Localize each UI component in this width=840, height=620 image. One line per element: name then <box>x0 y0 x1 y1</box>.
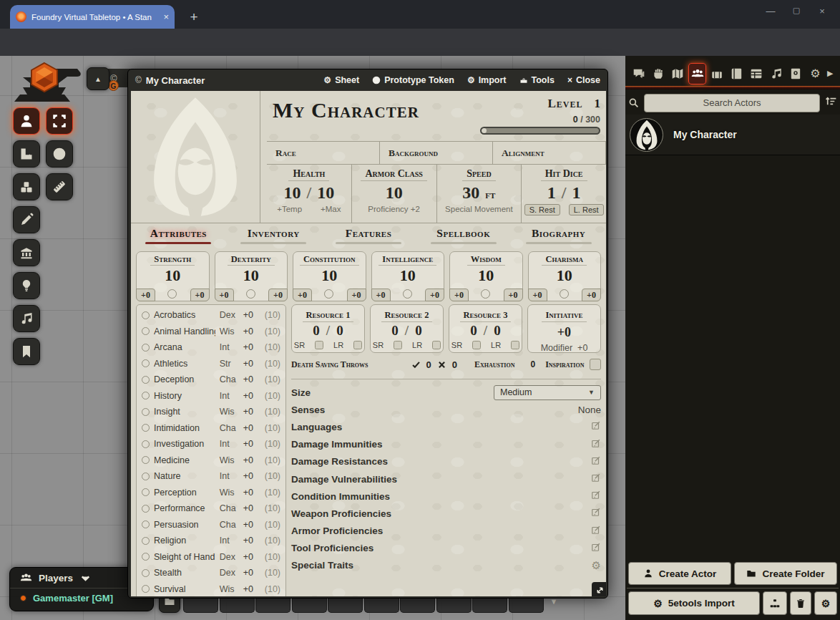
skill-name[interactable]: Persuasion <box>154 520 215 530</box>
skill-proficiency-toggle[interactable] <box>142 359 150 367</box>
skill-row[interactable]: Intimidation Cha +0 (10) <box>142 420 280 437</box>
hit-dice-value[interactable]: 1/1 <box>547 183 581 203</box>
prototype-token-button[interactable]: Prototype Token <box>372 75 454 85</box>
sheet-config-button[interactable]: ⚙Sheet <box>323 75 359 85</box>
xp-value[interactable]: 0 <box>573 115 578 125</box>
health-value[interactable]: 10/10 <box>284 183 335 203</box>
skill-row[interactable]: Acrobatics Dex +0 (10) <box>142 307 280 324</box>
skill-row[interactable]: Medicine Wis +0 (10) <box>142 452 280 469</box>
skill-row[interactable]: Performance Cha +0 (10) <box>142 500 280 517</box>
skill-name[interactable]: Athletics <box>154 359 215 369</box>
skill-name[interactable]: Nature <box>154 471 215 481</box>
tab-journal[interactable] <box>728 63 746 84</box>
skill-proficiency-toggle[interactable] <box>142 392 150 399</box>
tab-close-icon[interactable]: × <box>163 12 169 21</box>
skill-row[interactable]: Arcana Int +0 (10) <box>142 339 280 356</box>
skill-name[interactable]: Survival <box>154 584 215 594</box>
actor-directory-entry[interactable]: My Character <box>625 115 840 155</box>
skill-proficiency-toggle[interactable] <box>142 520 150 528</box>
level-value[interactable]: 1 <box>595 97 601 110</box>
select-tokens-button[interactable] <box>46 107 73 135</box>
special-traits-config-icon[interactable]: ⚙ <box>592 560 601 571</box>
tools-button[interactable]: Tools <box>519 75 555 85</box>
browser-tab[interactable]: Foundry Virtual Tabletop • A Stan × <box>10 5 175 29</box>
skill-row[interactable]: Persuasion Cha +0 (10) <box>142 517 280 533</box>
skill-row[interactable]: Nature Int +0 (10) <box>142 468 280 485</box>
skill-row[interactable]: Religion Int +0 (10) <box>142 533 280 549</box>
trait-edit-icon[interactable] <box>591 473 601 485</box>
tab-features[interactable]: Features <box>321 227 416 247</box>
skill-name[interactable]: Deception <box>154 374 215 384</box>
sr-checkbox[interactable] <box>472 341 481 349</box>
ability-name[interactable]: Charisma <box>542 253 587 266</box>
new-tab-button[interactable]: + <box>185 8 203 26</box>
sr-checkbox[interactable] <box>315 341 323 349</box>
resource-label[interactable]: Resource 1 <box>303 310 354 322</box>
skill-name[interactable]: Acrobatics <box>154 310 215 320</box>
long-rest-button[interactable]: L. Rest <box>569 204 604 215</box>
ability-save-mod[interactable]: +0 <box>449 289 469 301</box>
skill-row[interactable]: Sleight of Hand Dex +0 (10) <box>142 549 280 566</box>
skill-proficiency-toggle[interactable] <box>142 537 150 545</box>
ability-save-mod[interactable]: +0 <box>371 289 391 301</box>
ability-name[interactable]: Wisdom <box>467 253 505 266</box>
skill-proficiency-toggle[interactable] <box>142 585 150 593</box>
target-tokens-button[interactable] <box>46 140 73 168</box>
notes-tool-button[interactable] <box>13 338 40 365</box>
tab-items[interactable] <box>708 63 726 84</box>
skill-row[interactable]: Investigation Int +0 (10) <box>142 436 280 452</box>
resource-label[interactable]: Resource 3 <box>460 310 512 322</box>
proficiency-toggle[interactable] <box>167 289 177 299</box>
xp-display[interactable]: 0 / 300 <box>467 115 600 125</box>
skill-proficiency-toggle[interactable] <box>142 424 150 432</box>
skill-row[interactable]: Perception Wis +0 (10) <box>142 485 280 501</box>
skill-proficiency-toggle[interactable] <box>142 473 150 480</box>
ability-name[interactable]: Dexterity <box>228 253 275 266</box>
measure-distance-button[interactable] <box>46 173 73 200</box>
detail-field[interactable]: Background <box>380 142 493 164</box>
create-folder-button[interactable]: Create Folder <box>734 562 837 585</box>
ability-check-mod[interactable]: +0 <box>425 289 444 301</box>
trait-edit-icon[interactable] <box>591 438 601 451</box>
tab-spellbook[interactable]: Spellbook <box>416 227 511 247</box>
skill-name[interactable]: Performance <box>154 503 215 513</box>
character-portrait[interactable] <box>131 91 260 223</box>
skill-proficiency-toggle[interactable] <box>142 311 150 319</box>
initiative-value[interactable]: +0 <box>528 325 600 340</box>
resource-label[interactable]: Resource 2 <box>381 310 433 322</box>
actor-name[interactable]: My Character <box>673 129 737 140</box>
sort-icon[interactable] <box>825 95 837 110</box>
resource-value[interactable]: 0/0 <box>371 323 443 339</box>
skill-proficiency-toggle[interactable] <box>142 344 150 352</box>
proficiency-toggle[interactable] <box>560 289 569 299</box>
actor-avatar[interactable] <box>630 118 663 152</box>
search-actors-input[interactable]: Search Actors <box>644 94 820 112</box>
create-actor-button[interactable]: Create Actor <box>628 562 731 585</box>
health-footer[interactable]: +Temp+Max <box>277 205 341 213</box>
skill-proficiency-toggle[interactable] <box>142 376 150 384</box>
ability-check-mod[interactable]: +0 <box>582 289 601 301</box>
tab-chat[interactable] <box>630 63 648 84</box>
window-close-button[interactable]: × <box>814 6 830 16</box>
skill-row[interactable]: Stealth Dex +0 (10) <box>142 565 280 581</box>
ability-score[interactable]: 10 <box>293 266 366 285</box>
tab-scenes[interactable] <box>669 63 687 84</box>
skill-row[interactable]: Insight Wis +0 (10) <box>142 404 280 420</box>
trait-edit-icon[interactable] <box>591 490 601 503</box>
death-saves-counters[interactable]: 0 0 <box>411 359 457 370</box>
ability-name[interactable]: Strength <box>150 253 195 266</box>
skill-row[interactable]: Survival Wis +0 (10) <box>142 581 280 597</box>
ability-name[interactable]: Constitution <box>300 253 359 266</box>
skill-proficiency-toggle[interactable] <box>142 505 150 513</box>
proficiency-toggle[interactable] <box>403 289 412 299</box>
skill-proficiency-toggle[interactable] <box>142 456 150 464</box>
trait-edit-icon[interactable] <box>591 525 601 538</box>
sr-checkbox[interactable] <box>394 341 402 349</box>
window-maximize-button[interactable]: ▢ <box>788 6 804 15</box>
lr-checkbox[interactable] <box>511 341 519 349</box>
death-fail-count[interactable]: 0 <box>452 359 457 370</box>
skill-proficiency-toggle[interactable] <box>142 327 150 335</box>
ability-check-mod[interactable]: +0 <box>504 289 523 301</box>
skill-name[interactable]: Investigation <box>154 439 215 449</box>
lr-checkbox[interactable] <box>353 341 362 349</box>
